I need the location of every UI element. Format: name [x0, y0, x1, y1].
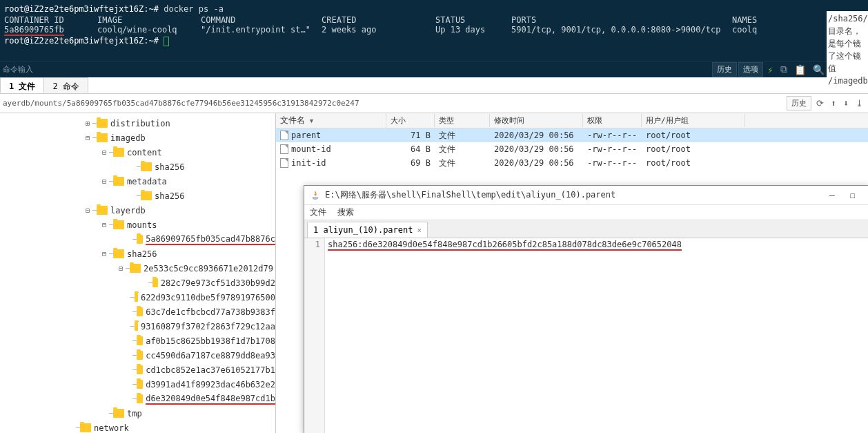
tree-label: af0b15c8625bb1938f1d7b1708 [146, 336, 275, 346]
minimize-button[interactable]: — [822, 190, 842, 200]
path-history-button[interactable]: 历史 [787, 96, 811, 110]
expand-icon[interactable]: ⊞ [83, 119, 92, 127]
command-input-label[interactable]: 命令输入 [3, 64, 712, 75]
editor-body: 1 sha256:d6e320849d0e54f848e987cd1b26605… [304, 238, 868, 433]
file-size: 69 B [386, 157, 435, 169]
tree-label: 2e533c5c9cc8936671e2012d79 [144, 264, 273, 273]
tree-node[interactable]: ⊟─imagedb [0, 131, 275, 145]
folder-icon [137, 235, 143, 244]
file-row[interactable]: mount-id64 B文件2020/03/29 00:56-rw-r--r--… [276, 142, 868, 156]
maximize-button[interactable]: ☐ [842, 190, 863, 200]
collapse-icon[interactable]: ⊟ [116, 264, 126, 272]
editor-tab-active[interactable]: 1 aliyun_(10).parent × [307, 222, 428, 238]
file-owner: root/root [642, 143, 745, 155]
tree-node[interactable]: ─cc4590d6a7187ce8879dd8ea93 [0, 348, 275, 363]
tree-label: d6e320849d0e54f848e987cd1b [146, 394, 275, 405]
tree-label: distribution [110, 119, 170, 128]
collapse-icon[interactable]: ⊟ [99, 250, 109, 258]
file-row[interactable]: parent71 B文件2020/03/29 00:56-rw-r--r--ro… [276, 128, 868, 142]
paste-icon[interactable]: 📋 [791, 63, 809, 77]
tab-commands[interactable]: 2 命令 [43, 77, 88, 93]
tree-node[interactable]: ─63c7de1cfbcbcd77a738b9383f [0, 305, 275, 319]
menu-file[interactable]: 文件 [310, 206, 326, 218]
tree-node[interactable]: ⊟─mounts [0, 218, 275, 232]
folder-icon [113, 177, 124, 186]
tree-connector: ─ [130, 323, 135, 330]
file-row[interactable]: init-id69 B文件2020/03/29 00:56-rw-r--r--r… [276, 156, 868, 170]
tree-label: 63c7de1cfbcbcd77a738b9383f [146, 307, 275, 317]
tree-label: cc4590d6a7187ce8879dd8ea93 [146, 351, 275, 360]
collapse-icon[interactable]: ⊟ [83, 134, 92, 142]
tree-node[interactable]: ─network [0, 421, 275, 433]
tree-label: network [94, 423, 129, 433]
tree-node[interactable]: ─622d93c9110dbe5f97891976500 [0, 290, 275, 305]
refresh-icon[interactable]: ⟳ [814, 97, 826, 110]
tree-node[interactable]: ─93160879f3702f2863f729c12aa [0, 319, 275, 334]
terminal-data-row: 5a86909765fb coolq/wine-coolq "/init.ent… [4, 25, 864, 35]
tree-node[interactable]: ⊟─sha256 [0, 247, 275, 261]
close-tab-icon[interactable]: × [417, 226, 422, 235]
search-icon[interactable]: 🔍 [810, 63, 827, 77]
download-all-icon[interactable]: ⤓ [854, 97, 865, 110]
col-owner[interactable]: 用户/用户组 [642, 114, 745, 127]
col-filename[interactable]: 文件名 ▼ [276, 113, 386, 128]
tree-node[interactable]: ⊟─2e533c5c9cc8936671e2012d79 [0, 261, 275, 276]
copy-icon[interactable]: ⧉ [778, 62, 790, 77]
tree-label: 5a86909765fb035cad47b8876c [146, 234, 275, 245]
tree-node[interactable]: ─5a86909765fb035cad47b8876c [0, 232, 275, 247]
terminal-prompt-line[interactable]: root@iZ2ze2te6pm3iwftejxt16Z:~# [4, 35, 864, 47]
editor-titlebar[interactable]: E:\网络\服务器\shell\FinalShell\temp\edit\ali… [304, 186, 868, 205]
file-type: 文件 [435, 142, 490, 157]
tree-label: content [127, 148, 162, 157]
folder-tree[interactable]: ⊞─distribution⊟─imagedb⊟─content─sha256⊟… [0, 113, 276, 433]
tree-node[interactable]: ─282c79e973cf51d330b99d2 [0, 276, 275, 290]
file-date: 2020/03/29 00:56 [490, 143, 583, 155]
tree-node[interactable]: ─tmp [0, 406, 275, 421]
menu-search[interactable]: 搜索 [337, 206, 354, 218]
folder-icon [113, 409, 124, 418]
tree-node[interactable]: ⊟─content [0, 145, 275, 160]
col-type[interactable]: 类型 [435, 114, 490, 127]
upload-icon[interactable]: ⬆ [829, 97, 838, 110]
tree-node[interactable]: ─cd1cbc852e1ac37e61052177b1 [0, 363, 275, 377]
collapse-icon[interactable]: ⊟ [99, 177, 109, 185]
file-date: 2020/03/29 00:56 [490, 129, 583, 142]
terminal-line-1: root@iZ2ze2te6pm3iwftejxt16Z:~# docker p… [4, 3, 864, 15]
tree-node[interactable]: ⊞─distribution [0, 116, 275, 131]
editor-menu: 文件 搜索 [304, 205, 868, 220]
tree-node[interactable]: ─sha256 [0, 189, 275, 203]
tree-node[interactable]: ⊟─layerdb [0, 203, 275, 218]
tree-label: sha256 [127, 249, 157, 259]
options-button[interactable]: 选项 [738, 62, 763, 77]
folder-icon [152, 278, 158, 287]
tree-node[interactable]: ─d6e320849d0e54f848e987cd1b [0, 392, 275, 406]
editor-tabs: 1 aliyun_(10).parent × [304, 220, 868, 238]
editor-title-text: E:\网络\服务器\shell\FinalShell\temp\edit\ali… [325, 189, 822, 201]
tree-label: 282c79e973cf51d330b99d2 [161, 278, 275, 288]
tree-node[interactable]: ─d3991ad41f89923dac46b632e2 [0, 377, 275, 392]
folder-icon [137, 351, 143, 360]
tab-files[interactable]: 1 文件 [0, 77, 44, 93]
download-icon[interactable]: ⬇ [841, 97, 851, 110]
col-size[interactable]: 大小 [386, 114, 435, 127]
collapse-icon[interactable]: ⊟ [99, 221, 109, 229]
tree-node[interactable]: ⊟─metadata [0, 174, 275, 189]
editor-window: E:\网络\服务器\shell\FinalShell\temp\edit\ali… [304, 185, 868, 433]
file-owner: root/root [642, 157, 745, 169]
tree-node[interactable]: ─af0b15c8625bb1938f1d7b1708 [0, 334, 275, 348]
folder-icon [141, 162, 152, 171]
file-list-header: 文件名 ▼ 大小 类型 修改时间 权限 用户/用户组 [276, 113, 868, 128]
folder-icon [113, 249, 124, 258]
history-button[interactable]: 历史 [712, 62, 737, 77]
collapse-icon[interactable]: ⊟ [99, 148, 109, 156]
tree-node[interactable]: ─sha256 [0, 160, 275, 174]
file-perm: -rw-r--r-- [583, 157, 642, 169]
editor-content[interactable]: sha256:d6e320849d0e54f848e987cd1b26605bf… [325, 238, 868, 433]
file-name: mount-id [291, 144, 331, 154]
collapse-icon[interactable]: ⊟ [83, 206, 92, 214]
path-text[interactable]: ayerdb/mounts/5a86909765fb035cad47b8876c… [3, 99, 784, 108]
folder-icon [113, 148, 124, 157]
col-perm[interactable]: 权限 [583, 114, 642, 127]
col-date[interactable]: 修改时间 [490, 114, 583, 127]
bolt-icon[interactable]: ⚡ [765, 63, 776, 77]
